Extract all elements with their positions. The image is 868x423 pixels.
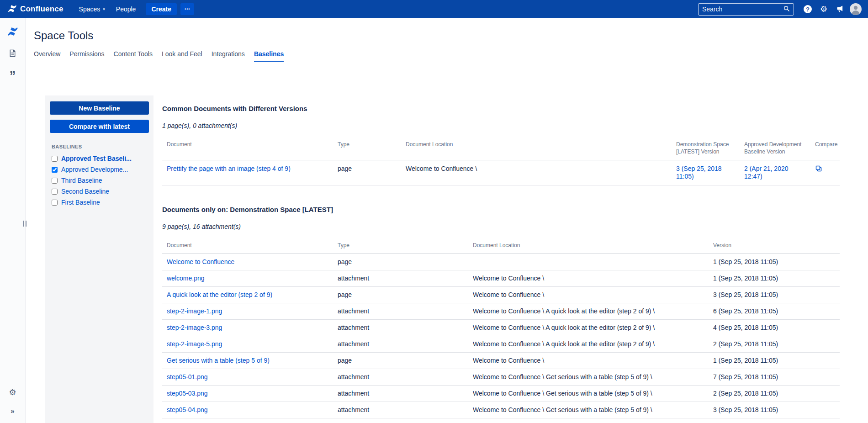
pages-icon[interactable] xyxy=(6,46,20,60)
location-cell: Welcome to Confluence \ xyxy=(401,160,672,185)
location-cell: Welcome to Confluence \ xyxy=(468,353,709,369)
location-cell: Welcome to Confluence \ Get serious with… xyxy=(468,369,709,386)
baseline-version-link[interactable]: 2 (Apr 21, 2020 12:47) xyxy=(744,165,789,180)
column-header-type: Type xyxy=(333,141,401,160)
space-logo[interactable] xyxy=(6,25,20,38)
column-header-location: Document Location xyxy=(401,141,672,160)
baseline-item[interactable]: Third Baseline xyxy=(50,175,149,186)
confluence-home-link[interactable]: Confluence xyxy=(7,4,64,15)
document-link[interactable]: step-2-image-1.png xyxy=(167,307,222,315)
column-header-document: Document xyxy=(162,242,333,254)
left-rail: ” ⚙ » xyxy=(0,18,26,423)
tab[interactable]: Content Tools xyxy=(114,50,153,62)
version-cell: 1 (Sep 25, 2018 11:05) xyxy=(709,353,840,369)
type-cell: attachment xyxy=(333,270,468,287)
new-baseline-button[interactable]: New Baseline xyxy=(50,101,149,115)
tab[interactable]: Look and Feel xyxy=(162,50,202,62)
type-cell: attachment xyxy=(333,336,468,353)
document-cell: step05-04.png xyxy=(162,402,333,418)
document-link[interactable]: step05-03.png xyxy=(167,390,208,397)
gear-icon: ⚙ xyxy=(820,5,827,13)
top-navigation-bar: Confluence Spaces ▾ People Create ••• ? … xyxy=(0,0,868,18)
baseline-checkbox[interactable] xyxy=(52,189,58,195)
document-cell: Prettify the page with an image (step 4 … xyxy=(162,160,333,185)
latest-version-cell: 3 (Sep 25, 2018 11:05) xyxy=(672,160,740,185)
document-link[interactable]: A quick look at the editor (step 2 of 9) xyxy=(167,291,272,298)
document-link[interactable]: Welcome to Confluence xyxy=(167,258,234,265)
main-content: Space Tools Overview Permissions Content… xyxy=(26,18,868,423)
table-row: step-2-image-5.png attachment Welcome to… xyxy=(162,336,840,353)
question-icon: ? xyxy=(804,5,812,13)
megaphone-icon xyxy=(836,5,844,14)
version-cell: 2 (Sep 25, 2018 11:05) xyxy=(709,336,840,353)
space-settings-gear-icon[interactable]: ⚙ xyxy=(6,386,20,399)
baseline-label[interactable]: Approved Test Baseli... xyxy=(61,155,132,162)
search-input[interactable] xyxy=(702,5,783,13)
baseline-item[interactable]: Approved Developme... xyxy=(50,164,149,175)
nav-spaces-label: Spaces xyxy=(79,5,101,13)
document-link[interactable]: Get serious with a table (step 5 of 9) xyxy=(167,357,270,364)
expand-sidebar-icon[interactable]: » xyxy=(6,404,20,418)
document-link[interactable]: welcome.png xyxy=(167,275,205,282)
document-link[interactable]: step05-04.png xyxy=(167,406,208,413)
type-cell: page xyxy=(333,160,401,185)
version-cell: 1 (Sep 25, 2018 11:05) xyxy=(709,254,840,270)
baseline-label[interactable]: Approved Developme... xyxy=(61,166,128,173)
table-row: step-2-image-3.png attachment Welcome to… xyxy=(162,320,840,336)
page-title: Space Tools xyxy=(34,29,868,42)
confluence-logo-icon xyxy=(7,4,17,15)
settings-button[interactable]: ⚙ xyxy=(818,3,830,15)
baseline-checkbox[interactable] xyxy=(52,156,58,162)
compare-copy-icon[interactable] xyxy=(815,165,822,174)
latest-version-link[interactable]: 3 (Sep 25, 2018 11:05) xyxy=(676,165,722,180)
location-cell xyxy=(468,254,709,270)
announcements-button[interactable] xyxy=(834,3,846,15)
nav-people[interactable]: People xyxy=(111,0,142,18)
baseline-label[interactable]: First Baseline xyxy=(61,199,100,206)
location-cell: Welcome to Confluence \ Get serious with… xyxy=(468,402,709,418)
topbar-right: ? ⚙ xyxy=(698,3,862,16)
table-header-row: Document Type Document Location Version xyxy=(162,242,840,254)
comparison-tables: Common Documents with Different Versions… xyxy=(162,95,868,423)
version-cell: 6 (Sep 25, 2018 11:05) xyxy=(709,303,840,320)
baseline-checkbox[interactable] xyxy=(52,178,58,184)
document-link[interactable]: step-2-image-3.png xyxy=(167,324,222,331)
create-button[interactable]: Create xyxy=(146,3,177,15)
tab[interactable]: Baselines xyxy=(254,50,284,62)
nav-people-label: People xyxy=(116,5,136,13)
sidebar-resize-handle[interactable] xyxy=(23,221,26,227)
baseline-item[interactable]: First Baseline xyxy=(50,197,149,208)
tab[interactable]: Permissions xyxy=(69,50,104,62)
brand-name: Confluence xyxy=(20,5,64,14)
user-avatar[interactable] xyxy=(850,3,862,15)
only-section-heading: Documents only on: Demonstration Space [… xyxy=(162,206,840,213)
version-cell: 3 (Sep 25, 2018 11:05) xyxy=(709,287,840,303)
document-cell: step05-01.png xyxy=(162,369,333,386)
version-cell: 3 (Sep 25, 2018 11:05) xyxy=(709,402,840,418)
tab[interactable]: Overview xyxy=(34,50,60,62)
baseline-item[interactable]: Approved Test Baseli... xyxy=(50,153,149,164)
type-cell: page xyxy=(333,287,468,303)
app-body: ” ⚙ » Space Tools Overview Permissions C… xyxy=(0,18,868,423)
baseline-item[interactable]: Second Baseline xyxy=(50,186,149,197)
table-row: step05-03.png attachment Welcome to Conf… xyxy=(162,386,840,402)
document-link[interactable]: step05-01.png xyxy=(167,373,208,381)
location-cell: Welcome to Confluence \ A quick look at … xyxy=(468,303,709,320)
blog-quote-icon[interactable]: ” xyxy=(6,68,20,81)
nav-spaces[interactable]: Spaces ▾ xyxy=(74,0,111,18)
document-link[interactable]: Prettify the page with an image (step 4 … xyxy=(167,165,291,172)
baseline-label[interactable]: Third Baseline xyxy=(61,177,102,184)
document-link[interactable]: step-2-image-5.png xyxy=(167,340,222,348)
baselines-list: Approved Test Baseli... Approved Develop… xyxy=(50,153,149,208)
document-cell: step-2-image-1.png xyxy=(162,303,333,320)
more-button[interactable]: ••• xyxy=(180,3,194,15)
baseline-label[interactable]: Second Baseline xyxy=(61,188,109,195)
type-cell: attachment xyxy=(333,320,468,336)
tab[interactable]: Integrations xyxy=(212,50,245,62)
baseline-checkbox[interactable] xyxy=(52,167,58,173)
baseline-checkbox[interactable] xyxy=(52,200,58,206)
help-button[interactable]: ? xyxy=(802,3,814,15)
compare-with-latest-button[interactable]: Compare with latest xyxy=(50,120,149,133)
document-cell: Get serious with a table (step 5 of 9) xyxy=(162,353,333,369)
search-box[interactable] xyxy=(698,3,794,16)
